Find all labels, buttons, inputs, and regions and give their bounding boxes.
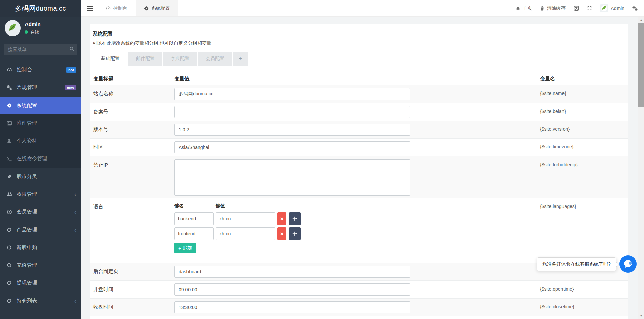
live-chat-button[interactable] xyxy=(619,255,637,273)
open-time-input[interactable] xyxy=(174,283,410,296)
var-name: {$site.name} xyxy=(536,85,628,103)
forbidden-ip-textarea[interactable] xyxy=(174,159,410,196)
sidebar-item-positions[interactable]: 持仓列表 ‹ xyxy=(0,292,81,310)
search-input[interactable] xyxy=(4,44,77,55)
home-icon xyxy=(516,6,520,11)
sidebar-item-profile[interactable]: 个人资料 xyxy=(0,132,81,150)
config-card: 系统配置 可以在此增改系统的变量和分组,也可以自定义分组和变量 基础配置 邮件配… xyxy=(90,24,628,319)
chevron-left-icon: ‹ xyxy=(74,209,76,215)
append-button[interactable]: +追加 xyxy=(174,243,196,253)
leaf-icon xyxy=(7,174,17,179)
avatar xyxy=(5,20,21,36)
sidebar-item-members[interactable]: 会员管理 ‹ xyxy=(0,203,81,221)
sidebar-item-label: 控制台 xyxy=(17,67,32,73)
hamburger-menu-icon[interactable] xyxy=(81,0,98,16)
move-row-button[interactable] xyxy=(289,227,301,240)
sidebar-item-online-commands[interactable]: 在线命令管理 xyxy=(0,150,81,168)
sidebar-item-ipo[interactable]: 新股申购 xyxy=(0,239,81,256)
table-row: 备案号 {$site.beian} xyxy=(90,103,628,121)
language-icon[interactable] xyxy=(574,6,579,11)
cogs-icon xyxy=(7,85,17,90)
version-input[interactable] xyxy=(174,124,410,136)
user-status: 在线 xyxy=(30,29,39,35)
scroll-up-arrow[interactable]: ▲ xyxy=(638,17,644,23)
sidebar-item-label: 权限管理 xyxy=(17,191,37,197)
site-name-input[interactable] xyxy=(174,88,410,100)
timezone-input[interactable] xyxy=(174,141,410,153)
lang-key-input[interactable] xyxy=(174,227,214,240)
leaf-logo-icon xyxy=(7,22,18,34)
sidebar-item-label: 产品管理 xyxy=(17,227,37,233)
sidebar-item-permissions[interactable]: 权限管理 ‹ xyxy=(0,185,81,203)
config-table: 变量标题 变量值 变量名 站点名称 {$site.name} 备案号 {$sit… xyxy=(90,73,628,319)
vertical-scrollbar[interactable]: ▲ ▼ xyxy=(638,17,644,319)
sidebar-item-dashboard[interactable]: 控制台 hot xyxy=(0,61,81,79)
add-tab-button[interactable]: + xyxy=(233,52,248,66)
delete-row-button[interactable] xyxy=(277,227,286,240)
sidebar-item-general[interactable]: 常规管理 new xyxy=(0,79,81,97)
tab-dictionary-config[interactable]: 字典配置 xyxy=(163,52,197,66)
tab-label: 系统配置 xyxy=(151,5,170,11)
home-link[interactable]: 主页 xyxy=(516,5,532,11)
image-icon xyxy=(7,121,17,126)
sidebar-item-label: 常规管理 xyxy=(17,84,37,91)
sidebar-item-products[interactable]: 产品管理 ‹ xyxy=(0,221,81,239)
online-dot-icon xyxy=(25,30,28,34)
user-menu[interactable]: Admin xyxy=(600,4,624,12)
sidebar-item-withdraw[interactable]: 提现管理 xyxy=(0,274,81,292)
sidebar-item-stock-category[interactable]: 股市分类 xyxy=(0,168,81,185)
table-row: 语言 键名 键值 xyxy=(90,198,628,263)
table-row: 版本号 {$site.version} xyxy=(90,121,628,138)
scroll-down-arrow[interactable]: ▼ xyxy=(638,313,644,318)
lang-value-input[interactable] xyxy=(216,212,275,225)
tab-basic-config[interactable]: 基础配置 xyxy=(94,52,127,66)
fullscreen-icon[interactable] xyxy=(587,6,592,11)
settings-cogs-icon[interactable] xyxy=(632,6,638,11)
tab-system-config[interactable]: 系统配置 xyxy=(136,0,178,16)
users-icon xyxy=(7,192,17,197)
lang-value-input[interactable] xyxy=(216,227,275,240)
tab-member-config[interactable]: 会员配置 xyxy=(198,52,232,66)
user-icon xyxy=(7,138,17,143)
clear-cache-link[interactable]: 清除缓存 xyxy=(540,5,566,11)
chat-bubble-icon xyxy=(622,258,634,270)
app-logo[interactable]: 多码网duoma.cc xyxy=(0,0,81,17)
circle-icon xyxy=(7,245,17,250)
sidebar-item-label: 持仓列表 xyxy=(17,298,37,304)
var-name: {$site.closetime} xyxy=(536,299,628,316)
page-subtitle: 可以在此增改系统的变量和分组,也可以自定义分组和变量 xyxy=(93,40,623,46)
plus-icon: + xyxy=(178,245,181,251)
tab-mail-config[interactable]: 邮件配置 xyxy=(128,52,162,66)
search-icon[interactable] xyxy=(69,46,74,51)
sidebar-item-attachments[interactable]: 附件管理 xyxy=(0,114,81,132)
table-header: 变量标题 变量值 变量名 xyxy=(90,73,628,85)
tab-dashboard[interactable]: 控制台 xyxy=(98,0,136,16)
scrollbar-thumb[interactable] xyxy=(638,23,644,107)
sidebar-item-label: 附件管理 xyxy=(17,120,37,126)
chevron-left-icon: ‹ xyxy=(74,227,76,233)
lang-key-input[interactable] xyxy=(174,212,214,225)
sidebar-item-recharge[interactable]: 充值管理 xyxy=(0,256,81,274)
gear-icon xyxy=(7,103,17,108)
sidebar-item-label: 个人资料 xyxy=(17,138,37,144)
table-row: 时区 {$site.timezone} xyxy=(90,138,628,156)
sidebar-item-system-config[interactable]: 系统配置 xyxy=(0,97,81,114)
fixed-page-input[interactable] xyxy=(174,266,410,278)
user-name: Admin xyxy=(25,21,41,27)
tab-label: 控制台 xyxy=(113,5,127,11)
tachometer-icon xyxy=(7,67,17,73)
close-time-input[interactable] xyxy=(174,301,410,313)
tachometer-icon xyxy=(106,6,111,11)
sidebar-item-label: 充值管理 xyxy=(17,262,37,268)
top-navbar: 控制台 系统配置 主页 清除缓存 xyxy=(81,0,644,17)
user-panel: Admin 在线 xyxy=(0,17,81,38)
move-row-button[interactable] xyxy=(289,212,301,225)
beian-input[interactable] xyxy=(174,106,410,118)
kv-value-header: 键值 xyxy=(216,203,275,209)
sidebar-item-label: 系统配置 xyxy=(17,102,37,109)
new-badge: new xyxy=(65,85,76,90)
table-row: 站点名称 {$site.name} xyxy=(90,85,628,103)
config-tabs: 基础配置 邮件配置 字典配置 会员配置 + xyxy=(94,52,623,66)
delete-row-button[interactable] xyxy=(277,212,286,225)
var-name: {$site.opentime} xyxy=(536,281,628,298)
